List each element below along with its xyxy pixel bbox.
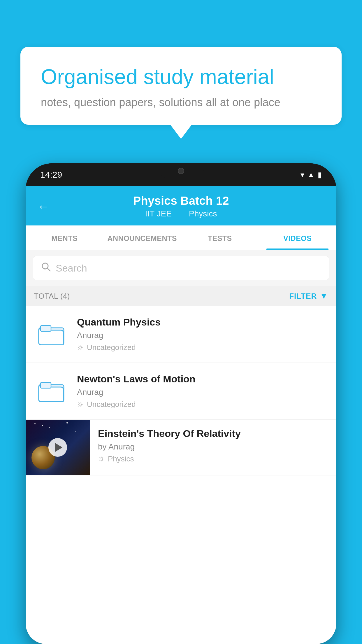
list-item[interactable]: Einstein's Theory Of Relativity by Anura… <box>26 420 336 475</box>
play-button[interactable] <box>48 438 67 457</box>
item-info: Quantum Physics Anurag ⛭ Uncategorized <box>77 316 328 352</box>
header-subtitle-left: IIT JEE <box>145 209 172 218</box>
item-title: Newton's Laws of Motion <box>77 373 328 385</box>
item-thumbnail <box>34 317 69 352</box>
item-tag: ⛭ Uncategorized <box>77 343 328 352</box>
total-label: TOTAL (4) <box>34 292 70 301</box>
filter-row: TOTAL (4) FILTER ▼ <box>26 286 336 306</box>
video-list: Quantum Physics Anurag ⛭ Uncategorized <box>26 306 336 475</box>
item-thumbnail <box>34 374 69 409</box>
item-info: Einstein's Theory Of Relativity by Anura… <box>90 420 336 472</box>
svg-rect-4 <box>41 326 51 331</box>
tag-icon: ⛭ <box>98 455 105 463</box>
header-title: Physics Batch 12 <box>133 194 229 207</box>
phone-notch <box>158 163 204 178</box>
tab-videos[interactable]: VIDEOS <box>259 225 337 250</box>
play-triangle-icon <box>55 443 62 452</box>
tab-tests[interactable]: TESTS <box>181 225 259 250</box>
phone-camera <box>178 168 184 174</box>
svg-rect-3 <box>41 331 58 344</box>
item-info: Newton's Laws of Motion Anurag ⛭ Uncateg… <box>77 373 328 409</box>
header-subtitle-right: Physics <box>189 209 217 218</box>
phone-time: 14:29 <box>40 170 62 180</box>
tag-label: Uncategorized <box>87 343 136 352</box>
speech-bubble-container: Organised study material notes, question… <box>20 47 342 125</box>
filter-funnel-icon: ▼ <box>320 291 328 301</box>
back-button[interactable]: ← <box>37 200 50 214</box>
tag-label: Physics <box>108 454 134 463</box>
item-tag: ⛭ Physics <box>98 454 328 463</box>
list-item[interactable]: Quantum Physics Anurag ⛭ Uncategorized <box>26 306 336 363</box>
item-tag: ⛭ Uncategorized <box>77 400 328 409</box>
search-bar[interactable]: Search <box>33 256 329 280</box>
phone-frame: 14:29 ▾ ▲ ▮ ← Physics Batch 12 IIT JEE P… <box>26 163 336 644</box>
app-header: ← Physics Batch 12 IIT JEE Physics <box>26 186 336 225</box>
app-screen: ← Physics Batch 12 IIT JEE Physics MENTS… <box>26 186 336 644</box>
item-author: by Anurag <box>98 442 328 452</box>
item-author: Anurag <box>77 388 328 397</box>
tag-icon: ⛭ <box>77 344 84 352</box>
status-icons: ▾ ▲ ▮ <box>301 170 322 179</box>
list-item[interactable]: Newton's Laws of Motion Anurag ⛭ Uncateg… <box>26 363 336 420</box>
svg-rect-7 <box>41 382 51 388</box>
bubble-title: Organised study material <box>41 64 321 89</box>
item-title: Quantum Physics <box>77 316 328 328</box>
tag-icon: ⛭ <box>77 400 84 409</box>
tag-label: Uncategorized <box>87 400 136 409</box>
filter-button[interactable]: FILTER ▼ <box>289 291 328 301</box>
item-author: Anurag <box>77 331 328 340</box>
header-subtitle: IIT JEE Physics <box>133 209 229 218</box>
svg-rect-6 <box>41 388 58 400</box>
search-placeholder: Search <box>56 262 87 274</box>
header-center: Physics Batch 12 IIT JEE Physics <box>133 194 229 218</box>
search-icon <box>41 262 51 274</box>
wifi-icon: ▾ <box>301 170 304 179</box>
battery-icon: ▮ <box>318 170 322 179</box>
item-title: Einstein's Theory Of Relativity <box>98 428 328 439</box>
bubble-subtitle: notes, question papers, solutions all at… <box>41 96 321 109</box>
speech-bubble: Organised study material notes, question… <box>20 47 342 125</box>
video-thumbnail-image <box>26 420 90 475</box>
tab-announcements[interactable]: ANNOUNCEMENTS <box>103 225 181 250</box>
svg-line-1 <box>47 268 50 271</box>
status-bar: 14:29 ▾ ▲ ▮ <box>26 163 336 186</box>
tab-ments[interactable]: MENTS <box>26 225 103 250</box>
signal-icon: ▲ <box>307 170 315 179</box>
search-container: Search <box>26 250 336 286</box>
filter-label: FILTER <box>289 292 317 301</box>
tabs-bar: MENTS ANNOUNCEMENTS TESTS VIDEOS <box>26 225 336 250</box>
